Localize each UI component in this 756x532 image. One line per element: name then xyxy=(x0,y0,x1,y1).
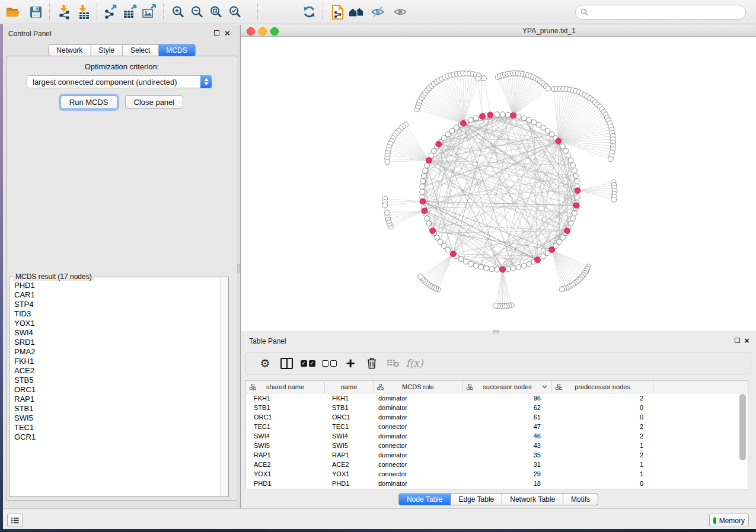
cell-successor-nodes: 61 xyxy=(461,412,550,422)
task-history-button[interactable] xyxy=(7,514,23,527)
zoom-out-button[interactable] xyxy=(187,2,206,21)
table-row[interactable]: RAP1RAP1dominator352 xyxy=(246,450,748,460)
zoom-selected-button[interactable] xyxy=(225,2,244,21)
import-network-button[interactable] xyxy=(55,2,74,21)
table-row[interactable]: SWI4SWI4dominator462 xyxy=(246,431,748,441)
first-neighbors-button[interactable] xyxy=(347,2,366,21)
cell-shared-name: ORC1 xyxy=(246,412,324,422)
delete-columns-button[interactable] xyxy=(361,354,382,372)
mcds-node[interactable]: CAR1 xyxy=(14,290,220,300)
column-header-shared-name[interactable]: shared name xyxy=(246,381,325,393)
column-header-predecessor-nodes[interactable]: predecessor nodes xyxy=(552,381,653,393)
close-panel-button[interactable]: Close panel xyxy=(125,95,184,109)
export-image-button[interactable] xyxy=(140,2,159,21)
float-table-panel-icon[interactable] xyxy=(735,338,740,343)
mcds-node[interactable]: ACE2 xyxy=(14,366,220,376)
table-row[interactable]: STB1STB1dominator620 xyxy=(246,403,748,412)
cell-mcds-role: dominator xyxy=(372,412,461,422)
function-builder-button[interactable]: f(x) xyxy=(404,354,425,372)
table-row[interactable]: YOX1YOX1connector291 xyxy=(246,469,748,479)
select-all-columns-button[interactable]: ✓✓ xyxy=(297,354,318,372)
cell-predecessor-nodes: 2 xyxy=(550,422,650,431)
window-minimize-icon[interactable] xyxy=(259,27,267,36)
delete-table-button[interactable] xyxy=(382,354,404,372)
search-box[interactable] xyxy=(575,5,746,20)
window-zoom-icon[interactable] xyxy=(270,27,279,36)
gear-icon: ⚙ xyxy=(260,358,270,369)
mcds-node[interactable]: RAP1 xyxy=(14,395,220,404)
memory-label: Memory xyxy=(719,517,745,525)
tab-edge-table[interactable]: Edge Table xyxy=(451,493,502,505)
window-close-icon[interactable] xyxy=(247,27,255,36)
table-row[interactable]: ORC1ORC1dominator610 xyxy=(246,412,748,422)
new-network-from-selection-button[interactable] xyxy=(328,2,347,21)
splitter-grip[interactable] xyxy=(237,264,240,273)
cell-shared-name: RAP1 xyxy=(246,450,324,460)
table-row[interactable]: SWI5SWI5connector431 xyxy=(246,441,748,450)
table-options-button[interactable]: ⚙ xyxy=(254,354,276,372)
open-folder-icon xyxy=(5,5,21,18)
export-network-button[interactable] xyxy=(102,2,121,21)
mcds-node[interactable]: TID3 xyxy=(14,309,220,319)
column-header-successor-nodes[interactable]: successor nodes xyxy=(463,381,552,393)
table-row[interactable]: TEC1TEC1connector472 xyxy=(246,422,748,431)
close-table-panel-icon[interactable]: × xyxy=(744,338,749,343)
mcds-node[interactable]: PHD1 xyxy=(14,281,220,290)
zoom-in-button[interactable] xyxy=(168,2,187,21)
mcds-node[interactable]: SRD1 xyxy=(14,338,220,347)
delete-table-icon xyxy=(387,358,400,368)
memory-button[interactable]: Memory xyxy=(709,514,749,527)
tab-network[interactable]: Network xyxy=(48,44,91,56)
import-network-icon xyxy=(56,4,72,20)
float-panel-icon[interactable] xyxy=(214,30,219,36)
deselect-all-columns-button[interactable] xyxy=(318,354,340,372)
import-table-button[interactable] xyxy=(74,2,92,21)
network-graph[interactable] xyxy=(241,37,756,331)
split-panel-button[interactable] xyxy=(276,354,297,372)
table-row[interactable]: ACE2ACE2connector311 xyxy=(246,460,748,469)
mcds-node[interactable]: GCR1 xyxy=(14,432,220,442)
hide-selected-button[interactable] xyxy=(368,2,387,21)
network-view-canvas[interactable] xyxy=(241,37,756,331)
cell-shared-name: SWI5 xyxy=(246,441,324,450)
column-label: successor nodes xyxy=(483,383,532,390)
show-graphics-details-button[interactable] xyxy=(391,2,410,21)
mcds-node[interactable]: STB1 xyxy=(14,404,220,414)
mcds-node[interactable]: SWI5 xyxy=(14,414,220,423)
create-column-button[interactable]: + xyxy=(340,354,361,372)
save-session-button[interactable] xyxy=(26,2,45,21)
mcds-list-scrollbar[interactable] xyxy=(220,278,228,496)
table-scrollbar[interactable] xyxy=(739,394,746,460)
mcds-node[interactable]: YOX1 xyxy=(14,319,220,328)
mcds-node[interactable]: TEC1 xyxy=(14,423,220,432)
mcds-node[interactable]: PMA2 xyxy=(14,347,220,357)
network-window-title: YPA_prune.txt_1 xyxy=(371,27,727,35)
fit-content-button[interactable] xyxy=(206,2,225,21)
tab-select[interactable]: Select xyxy=(123,44,158,56)
table-row[interactable]: FKH1FKH1dominator962 xyxy=(246,393,748,403)
export-table-button[interactable] xyxy=(121,2,140,21)
tab-node-table[interactable]: Node Table xyxy=(398,493,451,505)
cell-successor-nodes: 31 xyxy=(461,460,550,469)
tab-motifs[interactable]: Motifs xyxy=(563,493,598,505)
tab-network-table[interactable]: Network Table xyxy=(502,493,563,505)
tab-style[interactable]: Style xyxy=(91,44,123,56)
search-input[interactable] xyxy=(591,7,745,17)
column-header-name[interactable]: name xyxy=(325,381,374,393)
mcds-node[interactable]: STB5 xyxy=(14,376,220,385)
table-row[interactable]: PHD1PHD1dominator180 xyxy=(246,479,748,488)
criterion-dropdown[interactable]: largest connected component (undirected) xyxy=(27,75,212,88)
mcds-node[interactable]: FKH1 xyxy=(14,357,220,366)
run-mcds-button[interactable]: Run MCDS xyxy=(60,95,117,109)
column-header-mcds-role[interactable]: MCDS role xyxy=(374,381,463,393)
close-panel-icon[interactable]: × xyxy=(225,30,230,36)
tab-mcds[interactable]: MCDS xyxy=(158,44,195,56)
control-tabs: NetworkStyleSelectMCDS xyxy=(48,44,195,56)
open-session-button[interactable] xyxy=(4,2,23,21)
mcds-node[interactable]: STP4 xyxy=(14,300,220,309)
mcds-node[interactable]: SWI4 xyxy=(14,328,220,338)
mcds-node[interactable]: ORC1 xyxy=(14,385,220,395)
refresh-view-button[interactable] xyxy=(299,2,318,21)
column-label: name xyxy=(341,383,358,390)
mcds-result-title: MCDS result (17 nodes) xyxy=(13,273,94,281)
